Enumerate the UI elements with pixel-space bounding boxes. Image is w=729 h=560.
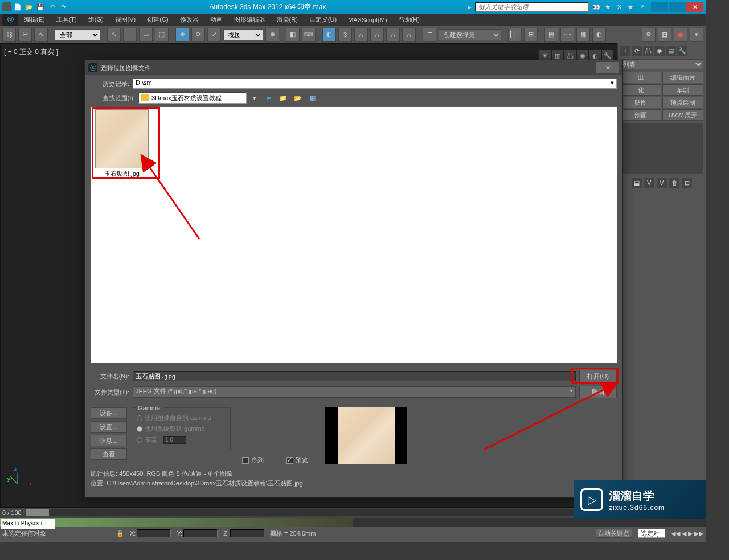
tool-render[interactable]: 🫖 bbox=[674, 28, 687, 42]
dialog-close-button[interactable]: ✕ bbox=[596, 62, 619, 73]
tool-select[interactable]: ↖ bbox=[107, 28, 121, 42]
tool-pivot[interactable]: ⊕ bbox=[265, 28, 279, 42]
redo-icon[interactable]: ↷ bbox=[58, 2, 68, 12]
undo-icon[interactable]: ↶ bbox=[47, 2, 57, 12]
gamma-opt-1[interactable]: 使用系统默认 gamma bbox=[137, 425, 227, 433]
filename-input[interactable] bbox=[133, 371, 576, 381]
filetype-select[interactable]: JPEG 文件 (*.jpg,*.jpe,*.jpeg) bbox=[133, 386, 576, 398]
menu-maxscript[interactable]: MAXScript(M) bbox=[342, 14, 392, 26]
file-thumbnail[interactable]: 玉石贴图.jpg bbox=[95, 109, 149, 178]
rp-btn-7[interactable]: UVW 展开 bbox=[662, 109, 703, 121]
tool-unlink[interactable]: ✂ bbox=[18, 28, 32, 42]
gamma-opt-0[interactable]: 使用图像自身的 gamma bbox=[137, 414, 227, 422]
panel-motion-icon[interactable]: ◉ bbox=[654, 46, 665, 56]
coord-system-select[interactable]: 视图 bbox=[223, 29, 263, 40]
tool-link[interactable]: ⛓ bbox=[2, 28, 16, 42]
sequence-checkbox[interactable]: 序列 bbox=[242, 456, 264, 464]
named-selection-select[interactable]: 创建选择集 bbox=[439, 29, 501, 40]
gamma-opt-2[interactable]: 覆盖 1.0↕ bbox=[137, 435, 227, 444]
stack-remove-icon[interactable]: 🗑 bbox=[669, 178, 679, 188]
history-select[interactable]: D:\sm▾ bbox=[133, 79, 617, 89]
cancel-button[interactable]: 取消 bbox=[579, 386, 617, 398]
menu-custom[interactable]: 自定义(U) bbox=[304, 14, 342, 26]
search-input[interactable] bbox=[475, 2, 589, 12]
info-button[interactable]: 信息... bbox=[91, 435, 127, 446]
tool-curve-editor[interactable]: 〰 bbox=[560, 28, 574, 42]
tool-manip[interactable]: ◧ bbox=[286, 28, 300, 42]
tool-e2[interactable]: ∩ bbox=[402, 28, 416, 42]
nav-up-icon[interactable]: 📁 bbox=[277, 92, 289, 104]
track-bar[interactable] bbox=[0, 518, 706, 527]
tool-render-last[interactable]: ▾ bbox=[690, 28, 703, 42]
tool-named-sel[interactable]: ≣ bbox=[423, 28, 436, 42]
tool-rotate[interactable]: ⟳ bbox=[191, 28, 205, 42]
stack-pin-icon[interactable]: ⬓ bbox=[632, 178, 642, 188]
tool-render-frame[interactable]: 🖼 bbox=[658, 28, 671, 42]
tool-scale[interactable]: ⤢ bbox=[207, 28, 221, 42]
maxscript-listener[interactable]: Max to Physcs ( bbox=[1, 519, 55, 529]
rp-btn-0[interactable]: 出 bbox=[620, 72, 661, 83]
file-list-area[interactable]: 玉石贴图.jpg bbox=[91, 107, 617, 363]
window-minimize-button[interactable]: ─ bbox=[651, 2, 668, 12]
stack-unique-icon[interactable]: ∀ bbox=[657, 178, 667, 188]
preview-checkbox[interactable]: 预览 bbox=[286, 456, 308, 464]
menu-view[interactable]: 视图(V) bbox=[109, 14, 142, 26]
tool-bind[interactable]: ∿ bbox=[34, 28, 48, 42]
open-button[interactable]: 打开(O) bbox=[579, 370, 617, 382]
setup-button[interactable]: 设置... bbox=[91, 421, 127, 433]
panel-hierarchy-icon[interactable]: 品 bbox=[643, 46, 653, 56]
menu-tools[interactable]: 工具(T) bbox=[51, 14, 83, 26]
selection-filter-select[interactable]: 全部 bbox=[55, 29, 100, 40]
menu-render[interactable]: 渲染(R) bbox=[271, 14, 304, 26]
menu-edit[interactable]: 编辑(E) bbox=[18, 14, 51, 26]
panel-display-icon[interactable]: ▤ bbox=[666, 46, 676, 56]
modifier-stack[interactable] bbox=[620, 123, 703, 174]
app-menu-icon[interactable]: ⓢ bbox=[2, 14, 18, 26]
tb-icon-4[interactable]: ★ bbox=[625, 2, 636, 12]
tool-percent-snap[interactable]: ∩ bbox=[354, 28, 368, 42]
tool-render-setup[interactable]: ⚙ bbox=[642, 28, 656, 42]
panel-utilities-icon[interactable]: 🔧 bbox=[677, 46, 687, 56]
stack-config-icon[interactable]: ⊞ bbox=[682, 178, 692, 188]
nav-back-icon[interactable]: ⬅ bbox=[263, 92, 274, 104]
tool-keyb[interactable]: ⌨ bbox=[302, 28, 316, 42]
title-dropdown-icon[interactable]: ▸ bbox=[465, 2, 475, 12]
tb-icon-3[interactable]: ✕ bbox=[614, 2, 624, 12]
y-field[interactable] bbox=[183, 529, 218, 537]
menu-help[interactable]: 帮助(H) bbox=[393, 14, 425, 26]
lookin-select[interactable]: 3Dmax玉石材质设置教程 bbox=[138, 92, 247, 104]
tool-snap[interactable]: ◐ bbox=[322, 28, 336, 42]
z-field[interactable] bbox=[230, 529, 264, 537]
tool-align[interactable]: ⊟ bbox=[524, 28, 538, 42]
tb-icon-5[interactable]: ? bbox=[637, 2, 647, 12]
open-icon[interactable]: 📂 bbox=[24, 2, 34, 12]
nav-view-icon[interactable]: ▦ bbox=[307, 92, 318, 104]
menu-graph[interactable]: 图形编辑器 bbox=[228, 14, 271, 26]
tool-mirror[interactable]: ▎▏ bbox=[508, 28, 522, 42]
tool-spinner-snap[interactable]: ∩ bbox=[370, 28, 384, 42]
window-maximize-button[interactable]: ☐ bbox=[669, 2, 686, 12]
stack-show-icon[interactable]: ∀ bbox=[644, 178, 654, 188]
tool-e1[interactable]: ∩ bbox=[386, 28, 400, 42]
lookin-dropdown[interactable]: ▾ bbox=[250, 92, 259, 104]
rp-btn-2[interactable]: 化 bbox=[620, 84, 661, 96]
device-button[interactable]: 设备... bbox=[91, 407, 127, 419]
menu-anim[interactable]: 动画 bbox=[204, 14, 228, 26]
new-icon[interactable]: 📄 bbox=[13, 2, 23, 12]
menu-group[interactable]: 组(G) bbox=[83, 14, 109, 26]
rp-btn-6[interactable]: 剖面 bbox=[620, 109, 661, 121]
tool-select-name[interactable]: ≡ bbox=[123, 28, 137, 42]
menu-modifier[interactable]: 修改器 bbox=[174, 14, 204, 26]
view-button[interactable]: 查看 bbox=[91, 448, 127, 460]
tool-material[interactable]: ◐ bbox=[592, 28, 606, 42]
auto-key-button[interactable]: 自动关键点 bbox=[596, 529, 632, 538]
tool-move[interactable]: ✥ bbox=[175, 28, 189, 42]
tool-select-rect[interactable]: ▭ bbox=[139, 28, 153, 42]
rp-btn-3[interactable]: 车削 bbox=[662, 84, 703, 96]
tool-angle-snap[interactable]: 3 bbox=[338, 28, 352, 42]
modifier-list-select[interactable]: 列表 bbox=[620, 59, 703, 69]
selected-obj[interactable]: 选定对 bbox=[638, 529, 665, 538]
nav-new-folder-icon[interactable]: 📂 bbox=[292, 92, 304, 104]
tool-window-crossing[interactable]: ⬚ bbox=[155, 28, 169, 42]
x-field[interactable] bbox=[137, 529, 171, 537]
